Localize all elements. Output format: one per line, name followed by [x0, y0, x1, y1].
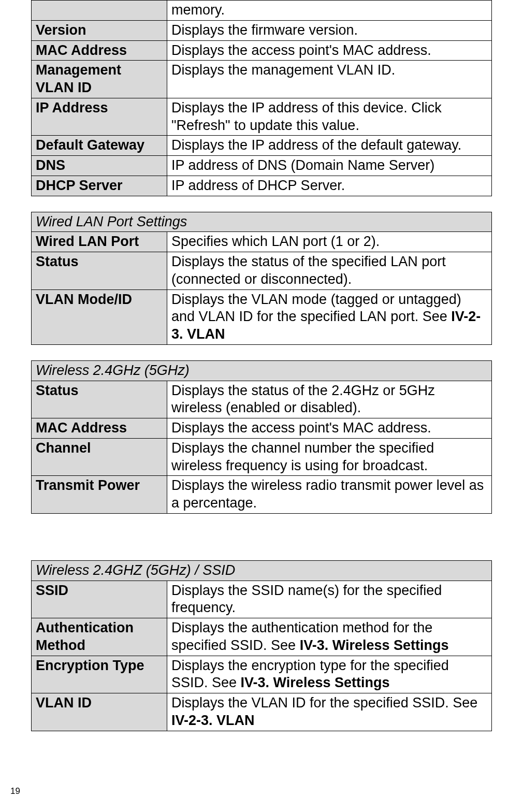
system-table: memory. Version Displays the firmware ve… — [31, 0, 492, 196]
table-row: Encryption Type Displays the encryption … — [32, 656, 492, 693]
table-row: MAC Address Displays the access point's … — [32, 40, 492, 61]
row-desc: Displays the VLAN ID for the specified S… — [167, 693, 492, 731]
row-desc-pre: Displays the VLAN mode (tagged or untagg… — [171, 292, 461, 325]
row-label: DHCP Server — [32, 176, 167, 196]
row-label: Status — [32, 381, 167, 418]
row-label: VLAN ID — [32, 693, 167, 731]
section-title: Wireless 2.4GHz (5GHz) — [32, 360, 492, 381]
wired-lan-table: Wired LAN Port Settings Wired LAN Port S… — [31, 212, 492, 345]
row-label: Wired LAN Port — [32, 232, 167, 252]
row-label: MAC Address — [32, 418, 167, 439]
row-label: SSID — [32, 581, 167, 618]
row-desc: Displays the encryption type for the spe… — [167, 656, 492, 693]
table-row: VLAN ID Displays the VLAN ID for the spe… — [32, 693, 492, 731]
row-label: Encryption Type — [32, 656, 167, 693]
table-row: Management VLAN ID Displays the manageme… — [32, 61, 492, 98]
table-row: MAC Address Displays the access point's … — [32, 418, 492, 439]
row-desc-bold: IV-3. Wireless Settings — [300, 637, 449, 653]
table-row: VLAN Mode/ID Displays the VLAN mode (tag… — [32, 289, 492, 344]
row-label: MAC Address — [32, 40, 167, 61]
row-label: VLAN Mode/ID — [32, 289, 167, 344]
section-title: Wireless 2.4GHZ (5GHz) / SSID — [32, 560, 492, 581]
table-row: memory. — [32, 1, 492, 21]
table-row: SSID Displays the SSID name(s) for the s… — [32, 581, 492, 618]
table-row: Authentication Method Displays the authe… — [32, 618, 492, 656]
row-desc-bold: IV-2-3. VLAN — [171, 713, 255, 728]
table-row: DNS IP address of DNS (Domain Name Serve… — [32, 156, 492, 176]
row-desc: Displays the management VLAN ID. — [167, 61, 492, 98]
row-label: Transmit Power — [32, 476, 167, 514]
section-title-row: Wireless 2.4GHz (5GHz) — [32, 360, 492, 381]
row-desc: Displays the IP address of this device. … — [167, 98, 492, 136]
row-label — [32, 1, 167, 21]
table-row: Channel Displays the channel number the … — [32, 438, 492, 476]
table-row: Default Gateway Displays the IP address … — [32, 136, 492, 156]
row-desc: Displays the status of the specified LAN… — [167, 252, 492, 290]
row-label: IP Address — [32, 98, 167, 136]
table-row: Transmit Power Displays the wireless rad… — [32, 476, 492, 514]
row-desc-pre: Displays the VLAN ID for the specified S… — [171, 695, 477, 711]
row-label: Default Gateway — [32, 136, 167, 156]
row-desc: IP address of DNS (Domain Name Server) — [167, 156, 492, 176]
row-label: Channel — [32, 438, 167, 476]
row-desc: memory. — [167, 1, 492, 21]
row-label: Version — [32, 20, 167, 40]
row-label: Authentication Method — [32, 618, 167, 656]
section-title: Wired LAN Port Settings — [32, 212, 492, 232]
section-title-row: Wireless 2.4GHZ (5GHz) / SSID — [32, 560, 492, 581]
table-row: Status Displays the status of the 2.4GHz… — [32, 381, 492, 418]
row-desc: Displays the firmware version. — [167, 20, 492, 40]
row-label: Status — [32, 252, 167, 290]
row-desc: Displays the VLAN mode (tagged or untagg… — [167, 289, 492, 344]
ssid-table: Wireless 2.4GHZ (5GHz) / SSID SSID Displ… — [31, 560, 492, 731]
table-row: DHCP Server IP address of DHCP Server. — [32, 176, 492, 196]
row-desc: Displays the access point's MAC address. — [167, 40, 492, 61]
row-label: DNS — [32, 156, 167, 176]
table-row: Status Displays the status of the specif… — [32, 252, 492, 290]
page-number: 19 — [10, 786, 20, 796]
table-row: Wired LAN Port Specifies which LAN port … — [32, 232, 492, 252]
section-title-row: Wired LAN Port Settings — [32, 212, 492, 232]
row-desc: Displays the SSID name(s) for the specif… — [167, 581, 492, 618]
table-row: Version Displays the firmware version. — [32, 20, 492, 40]
row-desc: IP address of DHCP Server. — [167, 176, 492, 196]
row-desc: Displays the IP address of the default g… — [167, 136, 492, 156]
row-desc: Displays the channel number the specifie… — [167, 438, 492, 476]
row-desc: Displays the wireless radio transmit pow… — [167, 476, 492, 514]
row-label: Management VLAN ID — [32, 61, 167, 98]
row-desc: Displays the authentication method for t… — [167, 618, 492, 656]
row-desc-bold: IV-3. Wireless Settings — [241, 675, 390, 690]
spacer — [31, 529, 492, 560]
wireless-table: Wireless 2.4GHz (5GHz) Status Displays t… — [31, 360, 492, 514]
table-row: IP Address Displays the IP address of th… — [32, 98, 492, 136]
row-desc: Specifies which LAN port (1 or 2). — [167, 232, 492, 252]
page: memory. Version Displays the firmware ve… — [0, 0, 523, 812]
row-desc: Displays the status of the 2.4GHz or 5GH… — [167, 381, 492, 418]
row-desc: Displays the access point's MAC address. — [167, 418, 492, 439]
